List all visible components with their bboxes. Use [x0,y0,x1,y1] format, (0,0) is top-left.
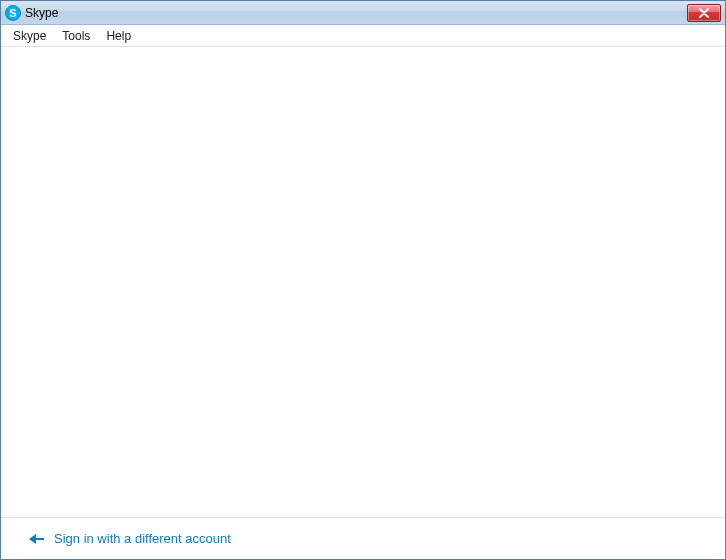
footer: Sign in with a different account [1,517,725,559]
sign-in-different-account-link[interactable]: Sign in with a different account [29,531,231,546]
skype-icon-letter: S [9,7,16,19]
window-title: Skype [25,5,58,21]
menu-help[interactable]: Help [98,25,139,47]
app-window: S Skype Skype Tools Help Sign in with a … [0,0,726,560]
arrow-left-icon [29,534,44,544]
menu-tools[interactable]: Tools [54,25,98,47]
skype-icon: S [5,5,21,21]
close-button[interactable] [687,4,721,22]
titlebar: S Skype [1,1,725,25]
content-area [1,47,725,517]
close-icon [698,8,710,18]
menubar: Skype Tools Help [1,25,725,47]
sign-in-link-label: Sign in with a different account [54,531,231,546]
menu-skype[interactable]: Skype [5,25,54,47]
